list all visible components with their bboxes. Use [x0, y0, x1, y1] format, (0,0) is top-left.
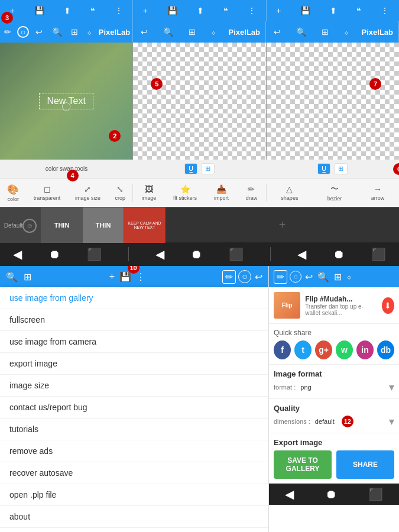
back-btn-top[interactable]: ◀ — [13, 247, 22, 261]
grid-btn-2[interactable]: ⊞ — [201, 163, 215, 174]
tool-color[interactable]: 🎨color — [7, 184, 19, 202]
whatsapp-icon[interactable]: w — [336, 340, 353, 359]
undo-icon-3[interactable]: ↩ — [271, 26, 283, 38]
back-btn-top2[interactable]: ◀ — [155, 247, 164, 261]
layers-icon-br[interactable]: ⬦ — [345, 270, 353, 283]
tool-draw[interactable]: ✏draw — [246, 184, 258, 201]
undo-icon-1[interactable]: ↩ — [33, 26, 45, 38]
circle-icon-br[interactable]: ○ — [290, 271, 301, 283]
square-btn-top3[interactable]: ⬛ — [371, 247, 386, 261]
tool-imagesize[interactable]: ⤢image size — [75, 184, 100, 201]
zoom-icon-3[interactable]: 🔍 — [294, 26, 309, 38]
menu-about[interactable]: about — [0, 506, 268, 528]
menu-openplp[interactable]: open .plp file — [0, 484, 268, 506]
layers-icon-3[interactable]: ⬦ — [342, 26, 351, 38]
menu-removeads[interactable]: remove ads — [0, 440, 268, 462]
instagram-icon[interactable]: in — [356, 340, 374, 359]
download-btn[interactable]: ⬇ — [382, 297, 394, 314]
add-icon-bl[interactable]: + — [108, 270, 116, 283]
dimensions-dropdown-icon[interactable]: ▾ — [389, 415, 394, 428]
tool-shapes-label: shapes — [281, 195, 298, 201]
save-icon-3[interactable]: 💾 — [298, 5, 313, 17]
add-icon-3[interactable]: + — [274, 5, 283, 17]
tool-stickers[interactable]: ⭐flt stickers — [173, 184, 197, 201]
grid-icon-1[interactable]: ⊞ — [69, 26, 80, 38]
save-to-gallery-btn[interactable]: SAVE TO GALLERY — [274, 450, 332, 479]
menu-export[interactable]: export image — [0, 353, 268, 375]
back-btn-top3[interactable]: ◀ — [297, 247, 306, 261]
share-btn[interactable]: SHARE — [336, 450, 394, 479]
thumb-default[interactable]: Default ☺ — [0, 207, 41, 243]
add-thumb-icon[interactable]: + — [279, 218, 286, 232]
pen-icon-1[interactable]: ✏ — [2, 25, 13, 38]
tool-transparent[interactable]: ◻transparent — [34, 184, 61, 201]
add-icon-2[interactable]: + — [141, 5, 150, 17]
quote-icon-1[interactable]: ❝ — [88, 5, 98, 17]
square-btn-top2[interactable]: ⬛ — [229, 247, 244, 261]
grid-icon-bl[interactable]: ⊞ — [22, 270, 33, 284]
tool-import[interactable]: 📥import — [214, 184, 229, 201]
thumb-thin-2[interactable]: THIN — [83, 207, 124, 243]
zoom-icon-2[interactable]: 🔍 — [161, 26, 176, 38]
google-icon[interactable]: g+ — [315, 340, 332, 359]
twitter-icon[interactable]: t — [294, 340, 312, 359]
undo-icon-bl[interactable]: ↩ — [254, 270, 264, 284]
grid-icon-3[interactable]: ⊞ — [319, 26, 331, 38]
facebook-icon[interactable]: f — [274, 340, 291, 359]
quote-icon-3[interactable]: ❝ — [354, 5, 364, 17]
save-icon-1[interactable]: 💾 — [32, 5, 47, 17]
grid-btn-3[interactable]: ⊞ — [334, 163, 348, 174]
layers-icon-2[interactable]: ⬦ — [209, 26, 218, 38]
save-icon-2[interactable]: 💾 — [165, 5, 180, 17]
home-btn-br[interactable]: ⏺ — [325, 488, 337, 501]
layers-icon-1[interactable]: ⬦ — [85, 26, 94, 38]
square-btn-br[interactable]: ⬛ — [368, 487, 383, 501]
share-icon-2[interactable]: ⬆ — [194, 5, 206, 17]
circle-icon-1[interactable]: ○ — [17, 26, 29, 38]
home-btn-top2[interactable]: ⏺ — [190, 248, 202, 261]
menu-fullscreen[interactable]: fullscreen — [0, 309, 268, 331]
underline-btn-2[interactable]: U̲ — [184, 163, 197, 174]
zoom-icon-br[interactable]: 🔍 — [316, 270, 330, 284]
dropbox-icon[interactable]: db — [377, 340, 394, 359]
menu-contact[interactable]: contact us/report bug — [0, 397, 268, 419]
thumb-keep-calm[interactable]: KEEP CALM AND NEW TEXT — [124, 207, 166, 243]
share-icon-3[interactable]: ⬆ — [327, 5, 339, 17]
format-dropdown-icon[interactable]: ▾ — [389, 381, 394, 394]
undo-icon-br[interactable]: ↩ — [304, 270, 314, 284]
tool-crop[interactable]: ⤡crop — [115, 184, 126, 201]
share-icon-1[interactable]: ⬆ — [61, 5, 73, 17]
canvas-panel-1[interactable]: New Text 〇 2 — [0, 43, 133, 160]
grid-icon-br[interactable]: ⊞ — [333, 270, 343, 284]
undo-icon-2[interactable]: ↩ — [138, 26, 150, 38]
circle-icon-bl[interactable]: ○ — [238, 270, 251, 283]
canvas-panel-3[interactable]: 7 — [267, 43, 399, 160]
menu-tutorials[interactable]: tutorials — [0, 419, 268, 440]
more-icon-2[interactable]: ⋮ — [245, 5, 258, 17]
home-btn-top3[interactable]: ⏺ — [333, 248, 345, 261]
menu-autosave[interactable]: recover autosave — [0, 462, 268, 484]
zoom-icon-1[interactable]: 🔍 — [50, 26, 64, 38]
thumb-thin-1[interactable]: THIN — [41, 207, 83, 243]
back-btn-br[interactable]: ◀ — [285, 487, 294, 501]
canvas-panel-2[interactable]: 5 — [133, 43, 266, 160]
home-btn-top[interactable]: ⏺ — [48, 248, 60, 261]
grid-icon-2[interactable]: ⊞ — [186, 26, 198, 38]
square-btn-top[interactable]: ⬛ — [87, 247, 102, 261]
tool-shapes[interactable]: △shapes — [281, 184, 298, 201]
format-key: format : — [274, 384, 296, 391]
zoom-icon-bl[interactable]: 🔍 — [5, 270, 19, 284]
pen-icon-br[interactable]: ✏ — [274, 270, 287, 284]
menu-use-gallery[interactable]: use image from gallery — [0, 287, 268, 309]
more-icon-1[interactable]: ⋮ — [112, 5, 125, 17]
pen-icon-bl[interactable]: ✏ — [222, 270, 236, 284]
more-icon-3[interactable]: ⋮ — [378, 5, 391, 17]
underline-btn-3[interactable]: U̲ — [317, 163, 330, 174]
tool-bezier[interactable]: 〜bezier — [327, 184, 342, 202]
tool-arrow[interactable]: →arrow — [371, 184, 385, 201]
quote-icon-2[interactable]: ❝ — [221, 5, 231, 17]
menu-imagesize[interactable]: image size — [0, 375, 268, 397]
tool-image[interactable]: 🖼image — [142, 184, 157, 201]
menu-use-camera[interactable]: use image from camera — [0, 331, 268, 353]
menu-exit[interactable]: exit — [0, 528, 268, 532]
